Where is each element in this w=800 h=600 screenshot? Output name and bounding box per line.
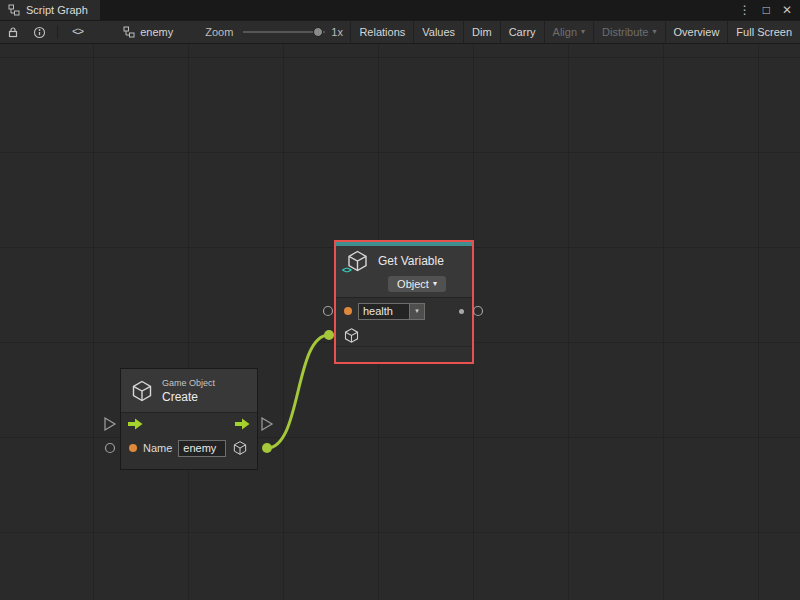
variable-input-port[interactable] — [324, 307, 333, 316]
distribute-button[interactable]: Distribute ▾ — [593, 21, 664, 43]
toolbar-separator — [57, 25, 58, 39]
name-input-port[interactable] — [106, 444, 115, 453]
value-output-port[interactable] — [474, 307, 483, 316]
toolbar-buttons: Relations Values Dim Carry Align ▾ Distr… — [350, 21, 800, 43]
align-button[interactable]: Align ▾ — [544, 21, 593, 43]
relations-label: Relations — [359, 26, 405, 38]
flow-output-port[interactable] — [262, 418, 272, 430]
overview-button[interactable]: Overview — [665, 21, 728, 43]
relations-button[interactable]: Relations — [350, 21, 413, 43]
lock-icon[interactable] — [0, 21, 26, 43]
zoom-slider[interactable] — [243, 25, 325, 39]
chevron-down-icon: ▾ — [581, 28, 585, 36]
object-input-port-connected[interactable] — [324, 330, 334, 340]
connections-overlay — [0, 44, 800, 600]
tab-script-graph[interactable]: Script Graph — [0, 0, 100, 20]
graph-toolbar: <> enemy Zoom 1x Relations Values Dim — [0, 20, 800, 44]
maximize-icon[interactable]: □ — [763, 4, 770, 16]
graph-reference[interactable]: enemy — [123, 26, 173, 38]
wire-create-to-get-variable[interactable] — [267, 335, 329, 448]
chevron-down-icon: ▾ — [653, 28, 657, 36]
object-output-port-connected[interactable] — [262, 443, 272, 453]
align-label: Align — [553, 26, 577, 38]
distribute-label: Distribute — [602, 26, 648, 38]
zoom-value: 1x — [331, 26, 343, 38]
tab-title: Script Graph — [26, 4, 88, 16]
code-view-icon[interactable]: <> — [62, 21, 93, 43]
values-button[interactable]: Values — [413, 21, 463, 43]
zoom-label: Zoom — [205, 26, 233, 38]
overview-label: Overview — [674, 26, 720, 38]
dim-button[interactable]: Dim — [463, 21, 500, 43]
carry-label: Carry — [509, 26, 536, 38]
padlock-icon — [7, 26, 19, 38]
menu-icon[interactable]: ⋮ — [739, 4, 751, 16]
info-circle-icon — [33, 26, 46, 39]
info-icon[interactable] — [26, 21, 53, 43]
graph-asset-icon — [123, 26, 135, 38]
titlebar: Script Graph ⋮ □ ✕ — [0, 0, 800, 20]
carry-button[interactable]: Carry — [500, 21, 544, 43]
window-controls: ⋮ □ ✕ — [739, 0, 800, 20]
graph-canvas[interactable]: <> Get Variable Object ▾ health ▾ — [0, 44, 800, 600]
values-label: Values — [422, 26, 455, 38]
zoom-slider-handle[interactable] — [313, 27, 323, 37]
graph-name: enemy — [140, 26, 173, 38]
flow-input-port[interactable] — [105, 418, 115, 430]
fullscreen-button[interactable]: Full Screen — [727, 21, 800, 43]
dim-label: Dim — [472, 26, 492, 38]
fullscreen-label: Full Screen — [736, 26, 792, 38]
script-graph-icon — [8, 4, 20, 16]
unity-script-graph-window: Script Graph ⋮ □ ✕ <> — [0, 0, 800, 600]
close-icon[interactable]: ✕ — [782, 4, 792, 16]
